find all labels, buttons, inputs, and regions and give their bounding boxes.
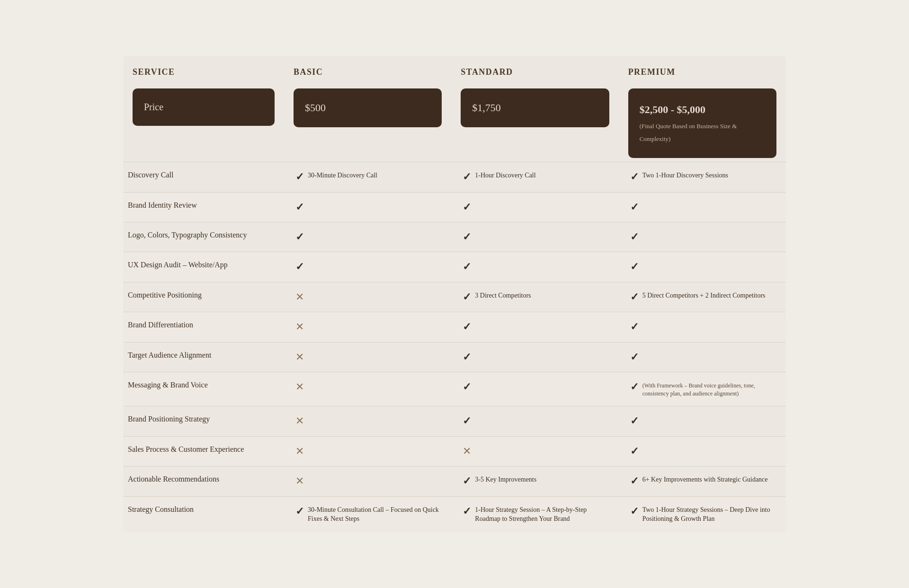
- cell-text: 30-Minute Consultation Call – Focused on…: [308, 506, 439, 523]
- check-icon: ✓: [630, 171, 639, 183]
- cross-icon: ✕: [295, 445, 304, 457]
- cell-content: 5 Direct Competitors + 2 Indirect Compet…: [642, 291, 766, 300]
- value-cell: ✓: [451, 252, 618, 281]
- check-icon: ✓: [295, 261, 304, 273]
- check-icon: ✓: [463, 321, 471, 333]
- table-row: Logo, Colors, Typography Consistency✓✓✓: [123, 222, 786, 252]
- check-icon: ✓: [630, 415, 639, 427]
- check-icon: ✓: [463, 475, 471, 487]
- value-cell: ✓1-Hour Strategy Session – A Step-by-Ste…: [451, 496, 618, 532]
- value-cell: ✕: [284, 282, 451, 312]
- price-premium-cell: $2,500 - $5,000 (Final Quote Based on Bu…: [628, 88, 776, 158]
- value-cell: ✕: [284, 312, 451, 342]
- value-cell: ✓: [619, 436, 786, 466]
- value-cell: ✓3 Direct Competitors: [451, 282, 618, 312]
- cross-icon: ✕: [295, 475, 304, 487]
- check-icon: ✓: [630, 475, 639, 487]
- check-icon: ✓: [463, 291, 471, 303]
- value-cell: ✓: [619, 222, 786, 252]
- value-cell: ✓: [451, 222, 618, 252]
- check-icon: ✓: [295, 505, 304, 518]
- value-cell: ✕: [451, 436, 618, 466]
- check-icon: ✓: [630, 201, 639, 213]
- value-cell: ✓1-Hour Discovery Call: [451, 162, 618, 192]
- value-cell: ✕: [284, 466, 451, 496]
- check-icon: ✓: [630, 505, 639, 518]
- header-service: SERVICE: [123, 56, 284, 85]
- premium-price-main: $2,500 - $5,000: [640, 102, 765, 117]
- value-cell: ✓Two 1-Hour Strategy Sessions – Deep Div…: [619, 496, 786, 532]
- check-icon: ✓: [630, 261, 639, 273]
- service-cell: UX Design Audit – Website/App: [123, 252, 284, 281]
- pricing-table: SERVICE BASIC STANDARD PREMIUM Price $50…: [123, 56, 786, 532]
- cell-content: 1-Hour Discovery Call: [475, 171, 535, 180]
- price-standard-cell: $1,750: [461, 88, 609, 127]
- check-icon: ✓: [630, 321, 639, 333]
- cell-content: 1-Hour Strategy Session – A Step-by-Step…: [475, 505, 607, 524]
- cell-text: 3 Direct Competitors: [475, 292, 531, 299]
- service-cell: Brand Differentiation: [123, 312, 284, 342]
- service-cell: Competitive Positioning: [123, 282, 284, 312]
- cell-text: 30-Minute Discovery Call: [308, 172, 377, 179]
- value-cell: ✓6+ Key Improvements with Strategic Guid…: [619, 466, 786, 496]
- cell-content: 30-Minute Consultation Call – Focused on…: [308, 505, 440, 524]
- check-icon: ✓: [295, 231, 304, 243]
- price-row-premium: $2,500 - $5,000 (Final Quote Based on Bu…: [619, 85, 786, 162]
- cell-text: 6+ Key Improvements with Strategic Guida…: [642, 476, 768, 483]
- check-icon: ✓: [463, 381, 471, 393]
- value-cell: ✓: [451, 192, 618, 222]
- value-cell: ✓30-Minute Consultation Call – Focused o…: [284, 496, 451, 532]
- value-cell: ✓: [451, 342, 618, 372]
- cell-text: Two 1-Hour Strategy Sessions – Deep Dive…: [642, 506, 770, 523]
- price-row-service: Price: [123, 85, 284, 162]
- cell-content: 3-5 Key Improvements: [475, 475, 536, 484]
- check-icon: ✓: [463, 505, 471, 518]
- check-icon: ✓: [630, 351, 639, 363]
- value-cell: ✓: [451, 406, 618, 436]
- cell-content: (With Framework – Brand voice guidelines…: [642, 381, 775, 398]
- check-icon: ✓: [295, 171, 304, 183]
- service-cell: Messaging & Brand Voice: [123, 372, 284, 406]
- price-row-standard: $1,750: [451, 85, 618, 162]
- check-icon: ✓: [463, 231, 471, 243]
- check-icon: ✓: [295, 201, 304, 213]
- table-grid: SERVICE BASIC STANDARD PREMIUM Price $50…: [123, 56, 786, 162]
- table-row: Brand Positioning Strategy✕✓✓: [123, 406, 786, 436]
- price-basic-cell: $500: [294, 88, 442, 127]
- check-icon: ✓: [630, 381, 639, 393]
- check-icon: ✓: [630, 231, 639, 243]
- cell-text: Two 1-Hour Discovery Sessions: [642, 172, 728, 179]
- premium-price-sub: (Final Quote Based on Business Size & Co…: [640, 123, 737, 142]
- value-cell: ✕: [284, 372, 451, 406]
- cross-icon: ✕: [295, 381, 304, 393]
- table-row: Strategy Consultation✓30-Minute Consulta…: [123, 496, 786, 532]
- check-icon: ✓: [463, 201, 471, 213]
- value-cell: ✕: [284, 342, 451, 372]
- value-cell: ✓: [619, 192, 786, 222]
- value-cell: ✓Two 1-Hour Discovery Sessions: [619, 162, 786, 192]
- value-cell: ✓: [619, 252, 786, 281]
- cross-icon: ✕: [295, 415, 304, 427]
- cell-content: 30-Minute Discovery Call: [308, 171, 377, 180]
- cell-text: 1-Hour Strategy Session – A Step-by-Step…: [475, 506, 587, 523]
- value-cell: ✓3-5 Key Improvements: [451, 466, 618, 496]
- value-cell: ✓(With Framework – Brand voice guideline…: [619, 372, 786, 406]
- service-cell: Sales Process & Customer Experience: [123, 436, 284, 466]
- service-cell: Discovery Call: [123, 162, 284, 192]
- value-cell: ✓: [451, 312, 618, 342]
- cross-icon: ✕: [463, 445, 471, 457]
- service-cell: Brand Positioning Strategy: [123, 406, 284, 436]
- table-row: Actionable Recommendations✕✓3-5 Key Impr…: [123, 466, 786, 496]
- service-cell: Target Audience Alignment: [123, 342, 284, 372]
- cell-text: 3-5 Key Improvements: [475, 476, 536, 483]
- value-cell: ✕: [284, 436, 451, 466]
- check-icon: ✓: [463, 171, 471, 183]
- table-row: UX Design Audit – Website/App✓✓✓: [123, 252, 786, 281]
- price-service-cell: Price: [133, 88, 275, 126]
- cell-text: 1-Hour Discovery Call: [475, 172, 535, 179]
- value-cell: ✓: [284, 192, 451, 222]
- table-row: Sales Process & Customer Experience✕✕✓: [123, 436, 786, 466]
- check-icon: ✓: [463, 415, 471, 427]
- table-row: Target Audience Alignment✕✓✓: [123, 342, 786, 372]
- cell-text: 5 Direct Competitors + 2 Indirect Compet…: [642, 292, 766, 299]
